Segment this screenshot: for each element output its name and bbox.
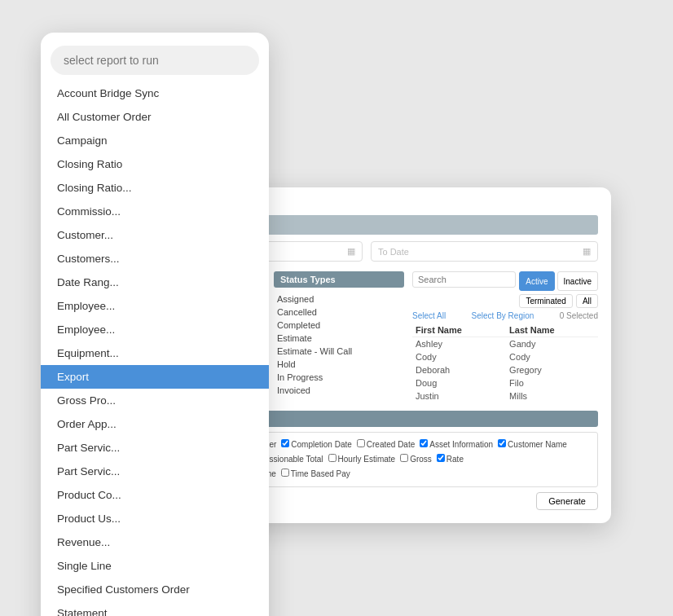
- employee-last-name: Gregory: [506, 363, 598, 376]
- report-list-item[interactable]: Employee...: [41, 294, 269, 318]
- report-list-item[interactable]: Commissio...: [41, 200, 269, 223]
- selected-count: 0 Selected: [560, 311, 598, 320]
- column-checkbox[interactable]: [328, 454, 336, 462]
- calendar-icon-from: ▦: [347, 246, 355, 257]
- column-checkbox[interactable]: [357, 439, 365, 447]
- last-name-col-header: Last Name: [506, 323, 598, 337]
- status-type-item: Completed: [274, 319, 404, 332]
- column-checkbox-label[interactable]: Created Date: [357, 440, 415, 449]
- column-checkbox[interactable]: [498, 439, 506, 447]
- employee-first-name: Cody: [412, 350, 506, 363]
- report-list-item[interactable]: Gross Pro...: [41, 389, 269, 412]
- employee-row[interactable]: CodyCody: [412, 350, 598, 363]
- report-list-item[interactable]: Customer...: [41, 223, 269, 247]
- to-date-input[interactable]: To Date ▦: [371, 241, 598, 262]
- status-type-item: Assigned: [274, 293, 404, 306]
- column-checkbox-label[interactable]: Gross: [400, 455, 432, 464]
- report-list-item[interactable]: Campaign: [41, 129, 269, 152]
- status-type-item: Invoiced: [274, 384, 404, 397]
- select-by-region-link[interactable]: Select By Region: [472, 311, 534, 320]
- status-types-header: Status Types: [274, 271, 404, 288]
- report-list-item[interactable]: Product Co...: [41, 483, 269, 507]
- column-checkbox[interactable]: [420, 439, 428, 447]
- column-checkbox-label[interactable]: Time Based Pay: [281, 469, 350, 478]
- employee-search-input[interactable]: [412, 271, 516, 288]
- status-type-item: Estimate: [274, 332, 404, 345]
- status-type-item: Hold: [274, 358, 404, 371]
- column-checkbox-label[interactable]: Customer Name: [498, 440, 567, 449]
- report-list-item[interactable]: Part Servic...: [41, 436, 269, 460]
- employee-first-name: Ashley: [412, 337, 506, 351]
- active-btn[interactable]: Active: [519, 271, 554, 291]
- select-all-link[interactable]: Select All: [412, 311, 446, 320]
- report-list-item[interactable]: Employee...: [41, 318, 269, 341]
- report-list-item[interactable]: Closing Ratio...: [41, 176, 269, 200]
- report-list-item[interactable]: Closing Ratio: [41, 152, 269, 176]
- inactive-btn[interactable]: Inactive: [557, 271, 598, 291]
- report-list-item[interactable]: Order App...: [41, 412, 269, 436]
- search-input[interactable]: [64, 54, 246, 67]
- employee-first-name: Deborah: [412, 363, 506, 376]
- status-type-item: In Progress: [274, 371, 404, 384]
- employee-table: First Name Last Name AshleyGandyCodyCody…: [412, 323, 598, 403]
- status-type-item: Estimate - Will Call: [274, 345, 404, 358]
- report-dropdown: Account Bridge SyncAll Customer OrderCam…: [41, 33, 269, 616]
- to-date-label: To Date: [378, 247, 409, 257]
- column-checkbox[interactable]: [400, 454, 408, 462]
- terminated-btn[interactable]: Terminated: [519, 294, 572, 308]
- report-list-item[interactable]: Product Us...: [41, 507, 269, 530]
- report-list-item[interactable]: Revenue...: [41, 530, 269, 554]
- status-types-col: Status Types AssignedCancelledCompletedE…: [274, 271, 404, 403]
- employee-row[interactable]: DougFilo: [412, 376, 598, 389]
- report-list-item[interactable]: Customers...: [41, 247, 269, 271]
- column-checkbox[interactable]: [281, 469, 289, 477]
- calendar-icon-to: ▦: [583, 246, 591, 257]
- all-btn[interactable]: All: [576, 294, 598, 308]
- column-checkbox[interactable]: [281, 439, 289, 447]
- employee-filter-col: Active Inactive Terminated All Select Al…: [412, 271, 598, 403]
- search-bar-container: [51, 46, 259, 75]
- report-list-item[interactable]: Single Line: [41, 554, 269, 578]
- column-checkbox-label[interactable]: Completion Date: [281, 440, 351, 449]
- report-list-item[interactable]: Equipment...: [41, 341, 269, 365]
- employee-first-name: Justin: [412, 389, 506, 403]
- employee-row[interactable]: DeborahGregory: [412, 363, 598, 376]
- employee-last-name: Filo: [506, 376, 598, 389]
- employee-first-name: Doug: [412, 376, 506, 389]
- report-list-item[interactable]: Statement: [41, 601, 269, 616]
- report-list-item[interactable]: Date Rang...: [41, 271, 269, 294]
- employee-row[interactable]: AshleyGandy: [412, 337, 598, 351]
- report-list-item[interactable]: Specified Customers Order: [41, 578, 269, 601]
- status-type-item: Cancelled: [274, 306, 404, 319]
- employee-last-name: Cody: [506, 350, 598, 363]
- column-checkbox-label[interactable]: Rate: [437, 455, 464, 464]
- report-list-item[interactable]: All Customer Order: [41, 105, 269, 129]
- report-list-item[interactable]: Part Servic...: [41, 460, 269, 483]
- generate-button[interactable]: Generate: [536, 492, 598, 510]
- employee-row[interactable]: JustinMills: [412, 389, 598, 403]
- report-list-item[interactable]: Export: [41, 365, 269, 389]
- column-checkbox[interactable]: [437, 454, 445, 462]
- status-types-list: AssignedCancelledCompletedEstimateEstima…: [274, 293, 404, 397]
- employee-last-name: Mills: [506, 389, 598, 403]
- report-list-item[interactable]: Account Bridge Sync: [41, 81, 269, 105]
- column-checkbox-label[interactable]: Hourly Estimate: [328, 455, 396, 464]
- column-checkbox-label[interactable]: Asset Information: [420, 440, 493, 449]
- report-list: Account Bridge SyncAll Customer OrderCam…: [41, 81, 269, 616]
- first-name-col-header: First Name: [412, 323, 506, 337]
- filter-btns: Active Inactive: [519, 271, 598, 291]
- employee-last-name: Gandy: [506, 337, 598, 351]
